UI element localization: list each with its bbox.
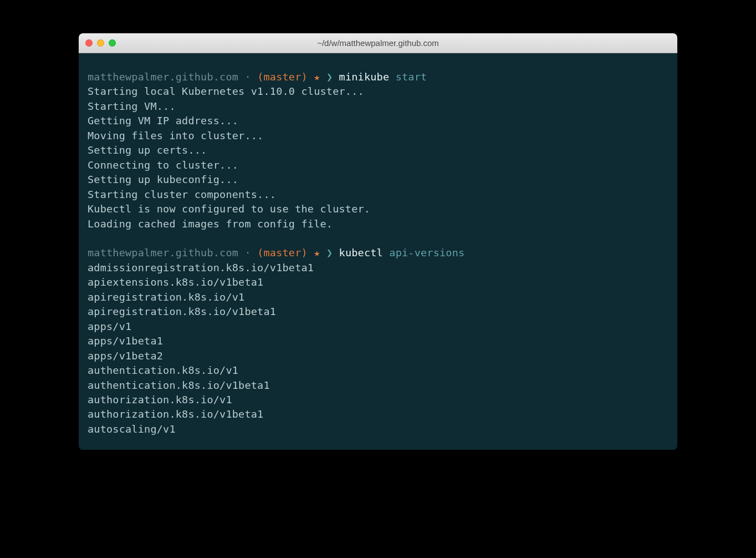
traffic-lights: [85, 39, 116, 47]
git-branch: (master): [257, 71, 308, 83]
prompt-separator: ·: [244, 71, 251, 83]
prompt-line-2: matthewpalmer.github.com · (master) ★ ❯ …: [88, 246, 668, 260]
output-line: Setting up kubeconfig...: [88, 173, 668, 187]
command-arg: start: [396, 71, 427, 83]
output-line: Moving files into cluster...: [88, 129, 668, 143]
output-line: Getting VM IP address...: [88, 114, 668, 128]
prompt-path: matthewpalmer.github.com: [88, 247, 238, 258]
output-line: Starting local Kubernetes v1.10.0 cluste…: [88, 84, 668, 99]
prompt-separator: ·: [244, 247, 251, 258]
output-line: Kubectl is now configured to use the clu…: [88, 202, 668, 216]
star-icon: ★: [314, 71, 320, 83]
titlebar[interactable]: ~/d/w/matthewpalmer.github.com: [79, 33, 677, 53]
output-line: Starting VM...: [88, 99, 668, 114]
output-line: Connecting to cluster...: [88, 158, 668, 173]
output-line: apiextensions.k8s.io/v1beta1: [88, 275, 668, 290]
output-line: Setting up certs...: [88, 143, 668, 158]
output-line: autoscaling/v1: [88, 422, 668, 437]
output-line: apps/v1beta2: [88, 349, 668, 363]
output-line: apps/v1beta1: [88, 334, 668, 348]
prompt-path: matthewpalmer.github.com: [88, 71, 238, 83]
chevron-icon: ❯: [326, 247, 333, 258]
git-branch: (master): [257, 247, 308, 258]
output-line: apiregistration.k8s.io/v1beta1: [88, 305, 668, 319]
prompt-line-1: matthewpalmer.github.com · (master) ★ ❯ …: [88, 70, 668, 84]
window-title: ~/d/w/matthewpalmer.github.com: [85, 38, 671, 48]
terminal-window: ~/d/w/matthewpalmer.github.com matthewpa…: [79, 33, 677, 450]
output-line: authorization.k8s.io/v1beta1: [88, 407, 668, 422]
star-icon: ★: [314, 247, 320, 258]
output-line: apps/v1: [88, 319, 668, 334]
output-line: authentication.k8s.io/v1: [88, 363, 668, 378]
output-line: Starting cluster components...: [88, 187, 668, 202]
maximize-icon[interactable]: [109, 39, 116, 47]
command-name: minikube: [339, 71, 390, 83]
command-name: kubectl: [339, 247, 383, 258]
close-icon[interactable]: [85, 39, 93, 47]
minimize-icon[interactable]: [97, 39, 104, 47]
terminal-body[interactable]: matthewpalmer.github.com · (master) ★ ❯ …: [79, 53, 677, 450]
chevron-icon: ❯: [326, 71, 333, 83]
blank-line: [88, 231, 668, 246]
output-line: Loading cached images from config file.: [88, 217, 668, 231]
output-line: admissionregistration.k8s.io/v1beta1: [88, 261, 668, 275]
output-line: authentication.k8s.io/v1beta1: [88, 378, 668, 393]
command-arg: api-versions: [389, 247, 464, 258]
output-line: apiregistration.k8s.io/v1: [88, 290, 668, 305]
output-line: authorization.k8s.io/v1: [88, 393, 668, 407]
